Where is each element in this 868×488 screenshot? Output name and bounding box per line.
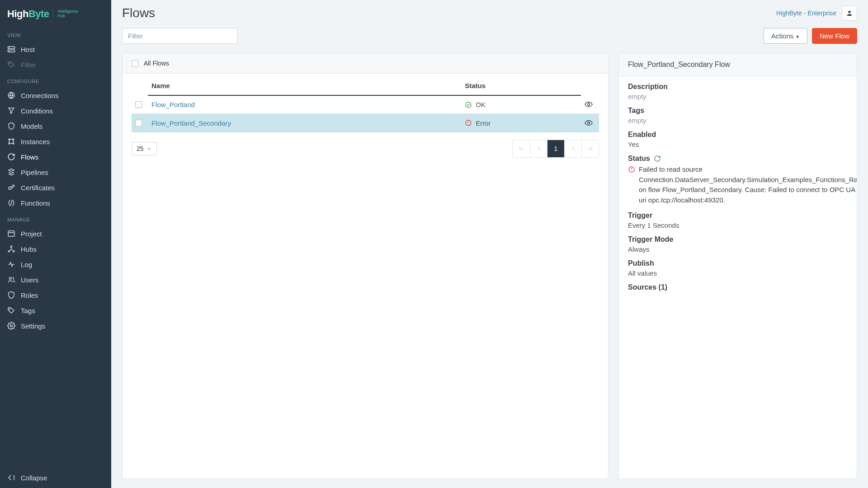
actions-button[interactable]: Actions▼ (764, 28, 807, 44)
detail-label-description: Description (628, 83, 848, 91)
sidebar-item-label: Certificates (21, 184, 55, 192)
col-status: Status (461, 74, 581, 95)
flow-link[interactable]: Flow_Portland_Secondary (151, 119, 231, 127)
svg-point-17 (10, 325, 13, 327)
settings-icon (7, 322, 15, 330)
table-row[interactable]: Flow_Portland_Secondary Error (132, 114, 599, 132)
sidebar-item-label: Settings (21, 322, 45, 330)
svg-rect-11 (8, 231, 14, 236)
sidebar-item-label: Functions (21, 199, 50, 207)
page-first-button[interactable] (513, 140, 530, 157)
sidebar-item-filter[interactable]: Filter (0, 57, 111, 72)
detail-label-status: Status (628, 155, 848, 163)
svg-point-18 (848, 11, 850, 13)
all-flows-label: All Flows (144, 60, 169, 67)
select-all-checkbox[interactable] (132, 60, 138, 67)
models-icon (7, 122, 15, 130)
instances-icon (7, 137, 15, 145)
view-button[interactable] (585, 100, 595, 108)
collapse-button[interactable]: Collapse (7, 474, 104, 482)
tag-icon (7, 61, 15, 69)
new-flow-button[interactable]: New Flow (812, 28, 857, 44)
svg-point-7 (13, 139, 14, 140)
detail-label-tags: Tags (628, 107, 848, 115)
detail-value-status: Failed to read source Connection.DataSer… (628, 164, 848, 205)
functions-icon (7, 199, 15, 207)
page-number-button[interactable]: 1 (547, 140, 564, 157)
sidebar-item-tags[interactable]: Tags (0, 303, 111, 318)
sidebar-item-project[interactable]: Project (0, 226, 111, 241)
svg-point-16 (9, 309, 10, 310)
topbar: Flows HighByte - Enterprise (111, 0, 868, 21)
sidebar-heading-configure: CONFIGURE (0, 72, 111, 88)
sidebar-item-label: Conditions (21, 107, 53, 115)
view-button[interactable] (585, 119, 595, 127)
sidebar-item-certificates[interactable]: Certificates (0, 180, 111, 195)
sidebar-item-label: Flows (21, 153, 38, 161)
sidebar-item-models[interactable]: Models (0, 118, 111, 134)
check-circle-icon (465, 101, 472, 108)
row-checkbox[interactable] (135, 120, 142, 127)
sidebar-item-label: Hubs (21, 245, 37, 253)
pipelines-icon (7, 168, 15, 176)
filter-input[interactable] (122, 28, 238, 44)
sidebar-item-host[interactable]: Host (0, 42, 111, 57)
caret-down-icon: ▼ (795, 34, 800, 39)
toolbar: Actions▼ New Flow (111, 21, 868, 44)
col-name: Name (148, 74, 461, 95)
detail-value-tags: empty (628, 117, 848, 124)
sidebar-item-label: Host (21, 46, 35, 53)
sidebar-item-label: Filter (21, 61, 36, 69)
page-last-button[interactable] (581, 140, 599, 157)
detail-value-publish: All values (628, 269, 848, 277)
pagination: 1 (512, 140, 599, 158)
user-button[interactable] (842, 5, 857, 21)
sidebar-item-users[interactable]: Users (0, 272, 111, 287)
sidebar-item-label: Instances (21, 138, 50, 145)
sidebar-item-log[interactable]: Log (0, 257, 111, 272)
row-checkbox[interactable] (135, 101, 142, 108)
sidebar-item-functions[interactable]: Functions (0, 195, 111, 211)
detail-label-trigger-mode: Trigger Mode (628, 235, 848, 244)
sidebar-item-flows[interactable]: Flows (0, 149, 111, 164)
sidebar-item-pipelines[interactable]: Pipelines (0, 164, 111, 180)
flow-link[interactable]: Flow_Portland (151, 101, 195, 108)
hubs-icon (7, 245, 15, 253)
sidebar-item-label: Users (21, 276, 38, 284)
users-icon (7, 276, 15, 284)
detail-label-trigger: Trigger (628, 211, 848, 220)
sidebar-item-settings[interactable]: Settings (0, 318, 111, 333)
status-text: Error (476, 119, 491, 127)
sidebar-item-conditions[interactable]: Conditions (0, 103, 111, 118)
roles-icon (7, 291, 15, 299)
detail-label-enabled: Enabled (628, 131, 848, 139)
sidebar-item-instances[interactable]: Instances (0, 134, 111, 149)
sidebar-item-connections[interactable]: Connections (0, 88, 111, 103)
logo-subtitle: IntelligenceHub (53, 9, 79, 19)
svg-point-3 (9, 51, 9, 51)
flows-table: Name Status Flow_Portland (132, 74, 599, 132)
connections-icon (7, 91, 15, 99)
license-link[interactable]: HighByte - Enterprise (776, 9, 836, 17)
collapse-icon (7, 474, 15, 482)
sidebar-item-roles[interactable]: Roles (0, 287, 111, 303)
error-circle-icon (465, 119, 472, 127)
svg-point-19 (466, 102, 471, 108)
certificates-icon (7, 183, 15, 192)
error-circle-icon (628, 166, 635, 173)
conditions-icon (7, 107, 15, 115)
table-row[interactable]: Flow_Portland OK (132, 95, 599, 114)
refresh-icon[interactable] (654, 155, 661, 162)
page-prev-button[interactable] (530, 140, 547, 157)
page-size-select[interactable]: 25 (132, 142, 157, 155)
tags-icon (7, 306, 15, 314)
svg-point-12 (11, 246, 12, 247)
sidebar-item-label: Project (21, 230, 42, 238)
sidebar-item-hubs[interactable]: Hubs (0, 241, 111, 257)
card-header: All Flows (123, 53, 608, 74)
detail-value-trigger: Every 1 Seconds (628, 221, 848, 229)
svg-point-9 (13, 143, 14, 144)
flows-icon (7, 153, 15, 161)
page-next-button[interactable] (564, 140, 581, 157)
sidebar-item-label: Connections (21, 92, 58, 99)
